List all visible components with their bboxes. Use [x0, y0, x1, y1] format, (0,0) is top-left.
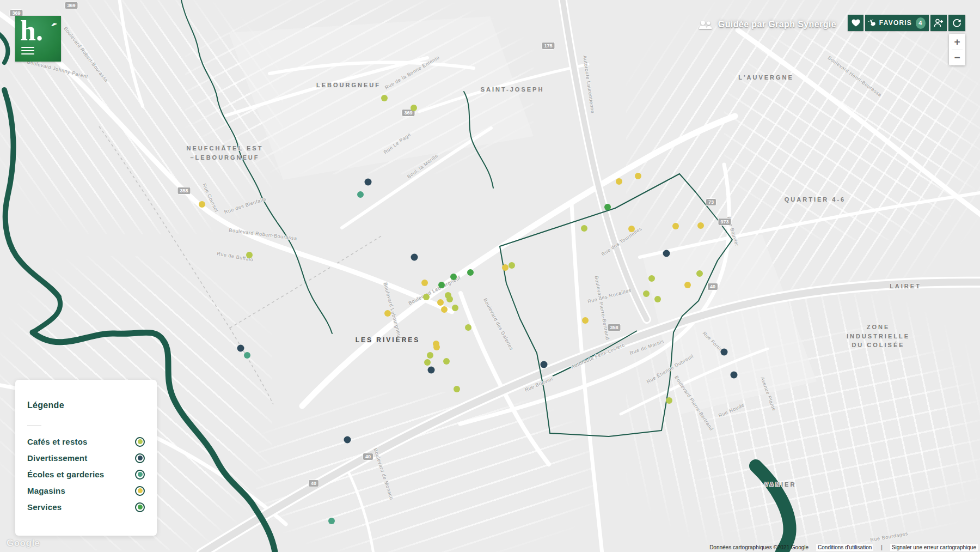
zoom-in-button[interactable]: +	[949, 34, 965, 50]
area-label: ZONE INDUSTRIELLE DU COLISÉE	[847, 323, 910, 350]
legend-marker-dot	[138, 439, 143, 444]
poi-dot-magasins[interactable]	[697, 222, 704, 229]
poi-dot-services[interactable]	[467, 269, 474, 276]
area-label: NEUFCHÂTEL EST –LEBOURGNEUF	[187, 144, 264, 162]
poi-dot-magasins[interactable]	[672, 223, 679, 229]
legend-item-divertissement[interactable]: Divertissement	[27, 450, 145, 466]
poi-dot-divertissement[interactable]	[428, 367, 435, 374]
poi-dot-magasins[interactable]	[441, 306, 448, 313]
poi-dot-magasins[interactable]	[437, 299, 444, 306]
legend-item-cafes[interactable]: Cafés et restos	[27, 434, 145, 450]
legend-item-label: Magasins	[27, 486, 65, 495]
area-label: LAIRET	[890, 282, 921, 291]
route-shield-973: 973	[718, 218, 731, 226]
legend-item-services[interactable]: Services	[27, 499, 145, 515]
poi-dot-cafes[interactable]	[454, 386, 460, 392]
favorites-heart-button[interactable]	[848, 15, 863, 31]
legend-title: Légende	[27, 401, 145, 410]
legend-marker-services	[135, 502, 145, 512]
poi-dot-magasins[interactable]	[684, 282, 691, 288]
header-tagline: Guidée par Graph Synergie	[699, 20, 836, 29]
legend-item-magasins[interactable]: Magasins	[27, 483, 145, 499]
poi-dot-cafes[interactable]	[246, 252, 253, 258]
legend-marker-magasins	[135, 486, 145, 496]
legend-item-ecoles[interactable]: Écoles et garderies	[27, 466, 145, 482]
poi-dot-cafes[interactable]	[381, 95, 388, 101]
heart-icon	[852, 19, 860, 27]
zoom-controls: + −	[949, 34, 965, 65]
map-attribution: Données cartographiques ©2021 Google Con…	[709, 544, 978, 551]
poi-dot-ecoles[interactable]	[357, 191, 364, 198]
poi-dot-magasins[interactable]	[635, 173, 641, 179]
poi-dot-cafes[interactable]	[509, 262, 515, 269]
poi-dot-divertissement[interactable]	[731, 372, 738, 379]
poi-dot-divertissement[interactable]	[411, 254, 418, 261]
area-label: VANIER	[764, 480, 797, 489]
area-label: LES RIVIÈRES	[356, 335, 420, 345]
zoom-out-button[interactable]: −	[949, 50, 965, 66]
poi-dot-cafes[interactable]	[411, 105, 417, 111]
favoris-button[interactable]: FAVORIS 4	[865, 15, 929, 31]
poi-dot-divertissement[interactable]	[721, 349, 728, 356]
poi-dot-cafes[interactable]	[452, 305, 458, 311]
legend-item-label: Services	[27, 502, 62, 512]
poi-dot-magasins[interactable]	[502, 264, 509, 271]
poi-dot-ecoles[interactable]	[328, 518, 335, 524]
favoris-count-badge: 4	[916, 17, 926, 29]
poi-dot-cafes[interactable]	[443, 358, 450, 365]
poi-dot-magasins[interactable]	[421, 280, 428, 286]
poi-dot-cafes[interactable]	[643, 290, 650, 297]
poi-dot-cafes[interactable]	[446, 296, 453, 302]
poi-dot-magasins[interactable]	[582, 317, 589, 324]
legend-marker-divertissement	[135, 453, 145, 463]
legend-marker-dot	[138, 505, 143, 509]
poi-dot-magasins[interactable]	[433, 344, 440, 350]
poi-dot-magasins[interactable]	[628, 226, 635, 232]
legend-marker-dot	[138, 456, 143, 460]
poi-dot-cafes[interactable]	[427, 352, 433, 359]
poi-dot-ecoles[interactable]	[244, 352, 250, 359]
poi-dot-cafes[interactable]	[423, 294, 430, 300]
hand-pointer-icon	[867, 17, 877, 28]
poi-dot-divertissement[interactable]	[344, 436, 351, 444]
terms-link[interactable]: Conditions d'utilisation	[818, 544, 872, 550]
poi-dot-cafes[interactable]	[648, 275, 655, 282]
poi-dot-cafes[interactable]	[424, 359, 431, 366]
area-label: L'AUVERGNE	[738, 73, 794, 82]
route-shield-40: 40	[707, 283, 718, 290]
poi-dot-cafes[interactable]	[696, 270, 703, 277]
poi-dot-services[interactable]	[604, 204, 611, 210]
poi-dot-services[interactable]	[450, 274, 457, 280]
app-logo[interactable]: h. ´	[15, 16, 61, 62]
add-user-button[interactable]	[930, 15, 947, 31]
google-logo: Google	[7, 538, 40, 549]
poi-dot-divertissement[interactable]	[237, 345, 244, 352]
poi-dot-magasins[interactable]	[616, 178, 622, 185]
menu-icon[interactable]	[21, 47, 34, 54]
logo-accent: ´	[46, 17, 59, 44]
map-app: LEBOURGNEUFSAINT-JOSEPHL'AUVERGNENEUFCHÂ…	[0, 0, 980, 552]
refresh-button[interactable]	[948, 15, 965, 31]
poi-dot-cafes[interactable]	[581, 225, 587, 232]
poi-dot-divertissement[interactable]	[541, 361, 548, 368]
legend-item-label: Cafés et restos	[27, 437, 88, 446]
poi-dot-magasins[interactable]	[384, 310, 391, 317]
route-shield-175: 175	[541, 42, 555, 50]
poi-dot-cafes[interactable]	[666, 397, 672, 404]
report-error-link[interactable]: Signaler une erreur cartographique	[892, 544, 976, 550]
poi-dot-magasins[interactable]	[199, 201, 205, 208]
attribution-copyright: Données cartographiques ©2021 Google	[709, 544, 808, 550]
poi-dot-divertissement[interactable]	[365, 179, 372, 186]
people-icon	[699, 20, 713, 29]
refresh-icon	[952, 19, 961, 28]
route-shield-358: 358	[177, 187, 191, 195]
poi-dot-services[interactable]	[438, 282, 445, 288]
legend-item-label: Écoles et garderies	[27, 470, 104, 479]
poi-dot-divertissement[interactable]	[663, 250, 670, 257]
legend-panel: Légende Cafés et restosDivertissementÉco…	[15, 380, 157, 536]
tagline-text: Guidée par Graph Synergie	[718, 20, 836, 29]
logo-letter: h.	[20, 17, 43, 45]
route-shield-40: 40	[308, 480, 319, 487]
poi-dot-cafes[interactable]	[654, 296, 661, 302]
poi-dot-cafes[interactable]	[465, 324, 471, 331]
